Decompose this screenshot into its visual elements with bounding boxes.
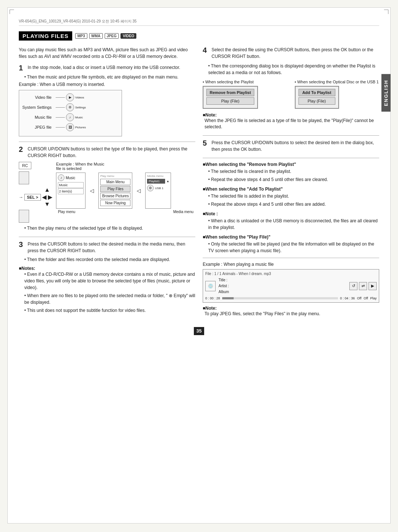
step-3: 3 Press the CURSOR buttons to select the… — [19, 241, 195, 314]
media-menu-bottom-label: Media menu — [173, 210, 193, 214]
when-add-b1: The selected file is added in the playli… — [203, 193, 379, 199]
step-4-note: ■Note: When the JPEG file is selected as… — [203, 112, 379, 130]
page-number: 35 — [194, 327, 204, 335]
step-4-note-header: ■Note: — [203, 112, 379, 118]
when-play-header: ■When selecting the "Play File)" — [203, 234, 379, 240]
video-icon: ▶ — [66, 93, 74, 101]
step-2: 2 CURSOR UP/DOWN buttons to select the t… — [19, 146, 195, 232]
rc-panel-top — [19, 171, 29, 184]
music-menu-items: 2 item(s) — [58, 188, 84, 194]
rc-body: → SEL > ▲ ◀ ▶ ▼ — [19, 171, 52, 223]
artist-label: Artist : — [219, 284, 229, 288]
nav-arrows: ▲ ◀ ▶ ▼ — [42, 187, 52, 208]
optical-dialog-section: • When selecting the Optical Disc or the… — [295, 80, 380, 109]
play-btn[interactable]: ▶ — [369, 282, 377, 290]
time-elapsed: 0 : 00 : 28 — [205, 296, 220, 300]
when-note-header: ■Note : — [203, 211, 379, 216]
page-header: PLAYING FILES MP3 WMA JPEG VIDEO — [19, 31, 379, 41]
when-note: ■Note : When a disc is unloaded or the U… — [203, 211, 379, 231]
time-total: 0 : 04 : 36 — [340, 296, 355, 300]
repeat-btn[interactable]: ↺ — [349, 282, 357, 290]
badge-wma: WMA — [89, 33, 103, 39]
media-menu-label: Media menu — [147, 174, 169, 178]
music-menu-text: Music — [58, 182, 84, 188]
off-1: Off — [357, 296, 362, 300]
player-file-info: File : 1 / 1 Animals - When I dream. mp3 — [205, 272, 377, 276]
step-5-text: Press the CURSOR UP/DOWN buttons to sele… — [212, 139, 379, 153]
when-add-b2: Repeat the above steps 4 and 5 until oth… — [203, 201, 379, 208]
settings-icon: ⚙ — [66, 103, 74, 111]
music-menu-icon: ♪ — [58, 174, 64, 181]
example-1-label: Example : When a USB memory is inserted. — [19, 82, 195, 87]
page-number-container: 35 — [19, 327, 379, 335]
when-play-b1: Only the selected file will be played (a… — [203, 241, 379, 254]
sel-box: SEL > — [24, 194, 41, 201]
page-title: PLAYING FILES — [19, 31, 72, 41]
dialog-row: • When selecting the Playlist Remove fro… — [203, 80, 379, 109]
when-optical-label: • When selecting the Optical Disc or the… — [295, 80, 380, 84]
file-menu-container: ♪ Music Music 2 item(s) ◁ Play menu — [56, 173, 195, 209]
play-file-btn-1[interactable]: Play (File) — [206, 97, 254, 105]
step-2-text: CURSOR UP/DOWN buttons to select the typ… — [28, 146, 195, 159]
step-5: 5 Press the CURSOR UP/DOWN buttons to se… — [203, 139, 379, 153]
step-2-number: 2 — [19, 146, 26, 153]
step-1: 1 In the stop mode, load a disc or inser… — [19, 64, 195, 136]
english-tab: ENGLISH — [381, 74, 391, 112]
when-remove-b1: The selected file is cleared in the play… — [203, 168, 379, 175]
play-menu-label: Play menu — [100, 174, 130, 178]
top-meta: VR-654(G)_ENG_100129_VR-654(G) 2010-01-2… — [19, 19, 379, 26]
intro-text: You can play music files such as MP3 and… — [19, 46, 195, 60]
final-note-text: To play JPEG files, select the "Play Fil… — [203, 311, 379, 317]
add-to-playlist-btn[interactable]: Add To Playlist — [298, 89, 335, 96]
step-4-text: Select the desired file using the CURSOR… — [212, 46, 379, 60]
optical-dialog-box: Add To Playlist Play (File) — [295, 86, 339, 109]
progress-bar-container: 0 : 00 : 28 0 : 04 : 36 Off Off Play — [205, 296, 377, 300]
badge-jpeg: JPEG — [105, 33, 119, 39]
step-1-number: 1 — [19, 64, 26, 72]
progress-bar — [222, 297, 338, 299]
step-4-bullet: Then the corresponding dialog box is dis… — [203, 63, 379, 76]
album-label: Album — [219, 290, 229, 294]
when-note-b1: When a disc is unloaded or the USB memor… — [203, 218, 379, 231]
notes-header: ■Notes: — [19, 266, 195, 271]
right-column: 4 Select the desired file using the CURS… — [203, 46, 379, 320]
settings-label: System Settings — [22, 105, 53, 109]
settings-text: Settings — [75, 106, 86, 109]
step-4-note-text: When the JPEG file is selected as a type… — [203, 118, 379, 130]
remove-from-playlist-btn[interactable]: Remove from Playlist — [206, 89, 254, 96]
player-disc-icon: 💿 — [205, 281, 216, 291]
usb-menu-text: USB 1 — [155, 187, 163, 190]
player-example-label: Example : When playing a music file — [203, 262, 379, 267]
step-1-text: In the stop mode, load a disc or insert … — [28, 64, 180, 71]
off-2: Off — [364, 296, 368, 300]
play-file-btn-2[interactable]: Play (File) — [298, 97, 335, 105]
step-3-number: 3 — [19, 241, 26, 248]
left-column: You can play music files such as MP3 and… — [19, 46, 195, 320]
jpeg-label: JPEG file — [22, 125, 53, 129]
usb-diagram: Video file ▶ Videos System Settings ⚙ — [19, 90, 122, 136]
jpeg-icon: 🖼 — [66, 123, 74, 131]
menu-now-playing: Now Playing — [100, 200, 130, 206]
usb-menu-icon: ⚙ — [147, 185, 154, 191]
step-1-bullet: Then the music and picture file symbols,… — [19, 74, 195, 80]
video-text: Videos — [75, 96, 84, 99]
music-menu-label: Music — [66, 176, 75, 180]
music-icon: ♪ — [66, 113, 74, 121]
step-5-number: 5 — [203, 139, 210, 147]
rc-panel-bottom — [19, 210, 29, 223]
step-4: 4 Select the desired file using the CURS… — [203, 46, 379, 130]
badge-mp3: MP3 — [75, 33, 87, 39]
when-play: ■When selecting the "Play File)" Only th… — [203, 234, 379, 254]
when-playlist-label: • When selecting the Playlist — [203, 80, 287, 84]
step-4-number: 4 — [203, 46, 210, 54]
jpeg-text: Pictures — [75, 126, 86, 129]
playlist-dialog-box: Remove from Playlist Play (File) — [203, 86, 258, 109]
shuffle-btn[interactable]: ⇌ — [359, 282, 367, 290]
menu-play-files: Play Files — [100, 186, 130, 192]
when-remove-b2: Repeat the above steps 4 and 5 until oth… — [203, 176, 379, 183]
player-controls: ↺ ⇌ ▶ — [349, 282, 377, 290]
playlist-dialog-section: • When selecting the Playlist Remove fro… — [203, 80, 287, 109]
note-3-3: This unit does not support the subtitle … — [19, 307, 195, 314]
rc-label: RC — [19, 162, 31, 169]
final-note-header: ■Note: — [203, 306, 379, 311]
